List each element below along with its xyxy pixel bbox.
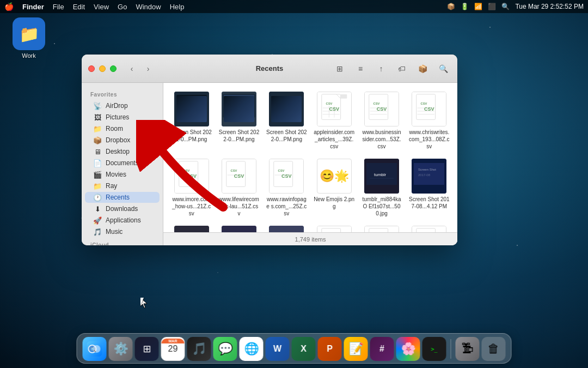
svg-rect-69 (321, 228, 340, 232)
file-item-csv7[interactable]: CSV www.techbout.com_send...33Z.csv (311, 222, 357, 232)
svg-text:CSV: CSV (421, 102, 427, 105)
file-thumb-bullet (222, 226, 256, 232)
dock-archive[interactable]: 🗜 (456, 337, 480, 361)
status-bar: 1,749 items (163, 232, 457, 245)
menubar-right: 📦 🔋 📶 ⬛ 🔍 Tue Mar 29 2:52:52 PM (447, 3, 584, 10)
dock-slack[interactable]: # (370, 337, 394, 361)
apple-menu[interactable]: 🍎 (4, 2, 14, 11)
svg-rect-59 (222, 226, 256, 232)
svg-rect-65 (269, 226, 304, 232)
dock-chrome[interactable]: 🌐 (240, 337, 264, 361)
menubar-go[interactable]: Go (118, 3, 127, 11)
sidebar-item-room[interactable]: 📁 Room (85, 123, 160, 134)
menubar-app-name[interactable]: Finder (22, 3, 44, 11)
desktop: 🍎 Finder File Edit View Go Window Help 📦… (0, 0, 588, 368)
svg-rect-17 (340, 94, 347, 99)
svg-text:tumblr: tumblr (374, 172, 387, 177)
forward-button[interactable]: › (142, 62, 155, 75)
svg-text:Screen Shot: Screen Shot (418, 168, 436, 171)
window-titlebar: ‹ › Recents ⊞ ≡ ↑ 🏷 📦 🔍 (82, 55, 457, 83)
sidebar-item-recents[interactable]: 🕐 Recents (85, 192, 160, 203)
svg-rect-1 (176, 95, 207, 117)
dock-messages[interactable]: 💬 (213, 337, 237, 361)
sidebar-item-downloads-label: Downloads (106, 205, 138, 213)
menubar-edit[interactable]: Edit (73, 3, 85, 11)
desktop-icon-small: 🖥 (94, 148, 101, 155)
desktop-work-icon[interactable]: 📁 Work (10, 17, 48, 59)
share-icon[interactable]: ↑ (373, 61, 389, 76)
menubar-help[interactable]: Help (170, 3, 185, 11)
dock-word[interactable]: W (266, 337, 290, 361)
sidebar-item-desktop[interactable]: 🖥 Desktop (85, 146, 160, 157)
file-item-emoji[interactable]: 😊🌟 New Emojis 2.png (311, 155, 357, 220)
dock-trash[interactable]: 🗑 (482, 337, 506, 361)
file-item-csv6[interactable]: CSV www.rawinfopage s.com_...25Z.csv (264, 155, 309, 220)
file-item-csv4[interactable]: CSV www.imore.com_how-us...21Z.csv (169, 155, 214, 220)
view-icon-grid[interactable]: ⊞ (332, 61, 347, 76)
menubar-search-icon[interactable]: 🔍 (501, 3, 510, 10)
file-item-tumblr[interactable]: tumblr_lxfxu4nFw1qceu...1280.jpg (264, 222, 309, 232)
menubar-window[interactable]: Window (136, 3, 161, 11)
search-icon[interactable]: 🔍 (436, 61, 451, 76)
menubar-file[interactable]: File (53, 3, 64, 11)
svg-rect-11 (269, 92, 304, 126)
ray-icon: 📁 (94, 182, 101, 190)
menubar-view[interactable]: View (94, 3, 109, 11)
work-folder-label: Work (22, 52, 35, 59)
sidebar-item-ray[interactable]: 📁 Ray (85, 180, 160, 191)
menubar: 🍎 Finder File Edit View Go Window Help 📦… (0, 0, 588, 13)
svg-rect-31 (416, 94, 436, 120)
dock-music[interactable]: 🎵 (187, 337, 211, 361)
file-item-csv5[interactable]: CSV www.lifewirecom_fix-lau...51Z.csv (216, 155, 261, 220)
dock-notes[interactable]: 📝 (344, 337, 368, 361)
file-name-photo: tumblr_mi884kaO Ef1s07st...500.jpg (361, 196, 402, 217)
sidebar-item-movies-label: Movies (106, 171, 126, 178)
file-item-csv1[interactable]: CSV appleinsider.com_articles_...39Z.csv (311, 88, 357, 153)
file-thumb-tumblr (269, 226, 304, 232)
file-item-csv2[interactable]: CSV www.businessinsider.com...53Z.csv (359, 88, 404, 153)
file-item-screenshot3[interactable]: Screen Shot 2022-0...PM.png (264, 88, 309, 153)
dock-finder[interactable]: 🔍 (83, 337, 107, 361)
minimize-button[interactable] (99, 65, 106, 72)
file-name-csv2: www.businessinsider.com...53Z.csv (361, 129, 402, 150)
dock-excel[interactable]: X (292, 337, 316, 361)
dock-system-preferences[interactable]: ⚙️ (109, 337, 133, 361)
sidebar-item-airdrop[interactable]: 📡 AirDrop (85, 100, 160, 111)
file-item-photo[interactable]: tumblr tumblr_mi884kaO Ef1s07st...500.jp… (359, 155, 404, 220)
tag-icon[interactable]: 🏷 (394, 61, 409, 76)
sidebar-item-downloads[interactable]: ⬇ Downloads (85, 203, 160, 214)
file-item-screenshot4[interactable]: Screen Shot2017-08 Screen Shot 2017-08..… (407, 155, 452, 220)
window-title: Recents (256, 64, 284, 73)
file-thumb-csv7: CSV (317, 226, 352, 232)
sidebar-item-pictures[interactable]: 🖼 Pictures (85, 112, 160, 123)
svg-rect-46 (274, 161, 293, 187)
file-name-screenshot4: Screen Shot 2017-08...4.12 PM (409, 196, 450, 210)
dock-iterm[interactable]: >_ (422, 337, 446, 361)
sidebar-item-applications[interactable]: 🚀 Applications (85, 215, 160, 226)
back-button[interactable]: ‹ (125, 62, 138, 75)
dropbox-toolbar-icon[interactable]: 📦 (415, 61, 430, 76)
file-item-screenshot1[interactable]: Screen Shot 2022-0...PM.png (169, 88, 214, 153)
sidebar: Favorites 📡 AirDrop 🖼 Pictures 📁 Room 📦 … (82, 83, 163, 245)
file-item-screenshot2[interactable]: Screen Shot 2022-0...PM.png (216, 88, 261, 153)
sidebar-item-music[interactable]: 🎵 Music (85, 226, 160, 237)
dock-launchpad[interactable]: ⊞ (135, 337, 159, 361)
toolbar-nav: ‹ › (125, 62, 155, 75)
dock-powerpoint[interactable]: P (318, 337, 342, 361)
dock-calendar[interactable]: MAR 29 (161, 337, 185, 361)
close-button[interactable] (88, 65, 95, 72)
sidebar-item-dropbox[interactable]: 📦 Dropbox (85, 135, 160, 146)
file-item-csv3[interactable]: CSV www.chriswrites.com_193...08Z.csv (407, 88, 452, 153)
file-item-invictus[interactable]: I invictus (169, 222, 214, 232)
file-item-bullet[interactable]: the bullet (216, 222, 261, 232)
sidebar-item-movies[interactable]: 🎬 Movies (85, 169, 160, 180)
dock-photos[interactable]: 🌸 (396, 337, 420, 361)
sidebar-item-pictures-label: Pictures (106, 113, 129, 121)
maximize-button[interactable] (110, 65, 117, 72)
file-item-csv9[interactable]: CSV www.imore.com_how-get...03Z.csv (407, 222, 452, 232)
sidebar-item-documents[interactable]: 📄 Documents (85, 158, 160, 168)
dock-divider (451, 339, 451, 359)
view-icon-list[interactable]: ≡ (353, 61, 368, 76)
file-item-csv8[interactable]: CSV www.businessinsider.com...17Z.csv (359, 222, 404, 232)
file-name-csv3: www.chriswrites.com_193...08Z.csv (409, 129, 450, 150)
